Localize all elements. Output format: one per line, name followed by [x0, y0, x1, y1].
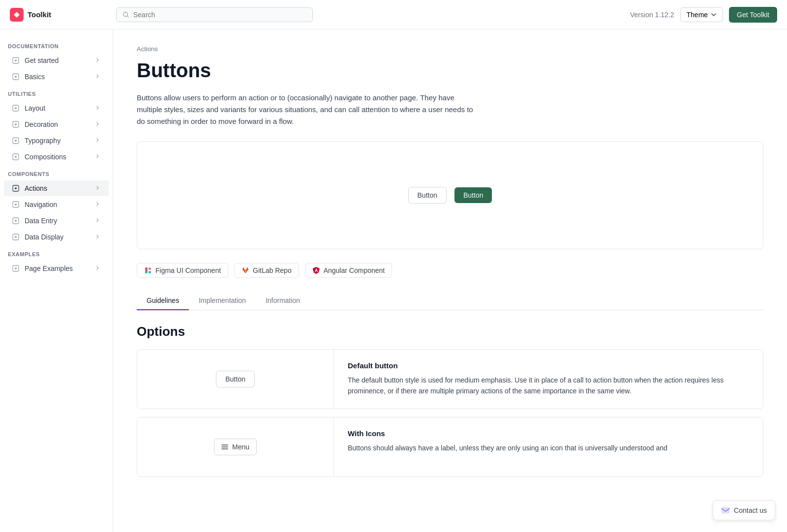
actions-icon — [12, 184, 20, 192]
search-box[interactable]: Search — [116, 7, 313, 22]
gitlab-link[interactable]: GitLab Repo — [234, 263, 299, 278]
breadcrumb: Actions — [137, 45, 763, 53]
resource-links: Figma UI Component GitLab Repo Angul — [137, 263, 763, 278]
chevron-icon-actions — [95, 185, 101, 192]
sidebar-item-label-basics: Basics — [25, 73, 90, 81]
gitlab-icon — [242, 266, 249, 274]
svg-point-10 — [15, 123, 17, 125]
logo-icon — [10, 8, 24, 22]
type-icon — [12, 137, 20, 145]
sidebar-item-label-navigation: Navigation — [25, 201, 90, 208]
sidebar-item-label-typography: Typography — [25, 137, 90, 145]
sidebar-section-utilities: Utilities — [0, 85, 113, 100]
sidebar-item-actions[interactable]: Actions — [4, 180, 109, 196]
sidebar-item-label-data-display: Data Display — [25, 233, 90, 241]
svg-point-28 — [149, 271, 151, 273]
sidebar-item-compositions[interactable]: Compositions — [4, 149, 109, 165]
data-display-icon — [12, 233, 20, 241]
angular-icon — [312, 266, 320, 274]
contact-us-button[interactable]: Contact us — [713, 501, 775, 520]
sidebar-item-basics[interactable]: Basics — [4, 69, 109, 85]
sidebar-section-examples: Examples — [0, 245, 113, 260]
option-desc-default: The default button style is used for med… — [348, 375, 749, 397]
chevron-icon-typography — [95, 137, 101, 145]
option-title-default: Default button — [348, 361, 749, 370]
sidebar-item-label-data-entry: Data Entry — [25, 217, 90, 225]
search-area[interactable]: Search — [116, 7, 313, 22]
logo: Toolkit — [10, 8, 108, 22]
chevron-icon-compositions — [95, 153, 101, 161]
svg-point-1 — [15, 13, 18, 16]
sidebar-section-components: Components — [0, 165, 113, 180]
sidebar-item-navigation[interactable]: Navigation — [4, 197, 109, 212]
circle-dot-icon — [12, 57, 20, 64]
get-toolkit-button[interactable]: Get Toolkit — [729, 7, 777, 23]
option-preview-default: Button — [137, 350, 334, 409]
svg-point-6 — [15, 76, 17, 78]
chevron-icon-page-examples — [95, 265, 101, 272]
preview-primary-button[interactable]: Button — [454, 187, 492, 203]
pages-icon — [12, 265, 20, 272]
layout-icon — [12, 104, 20, 112]
sidebar-item-page-examples[interactable]: Page Examples — [4, 261, 109, 276]
sidebar-item-data-entry[interactable]: Data Entry — [4, 213, 109, 229]
chevron-icon-data-display — [95, 234, 101, 241]
option-info-default: Default button The default button style … — [334, 350, 763, 409]
option-menu-button[interactable]: Menu — [214, 439, 257, 455]
sidebar-item-typography[interactable]: Typography — [4, 133, 109, 148]
tab-information[interactable]: Information — [256, 292, 310, 310]
option-desc-icons: Buttons should always have a label, unle… — [348, 443, 749, 453]
angular-link[interactable]: Angular Component — [305, 263, 393, 278]
sidebar-item-label-decoration: Decoration — [25, 120, 90, 128]
contact-icon — [721, 506, 730, 515]
sidebar: Documentation Get started BasicsUtilitie… — [0, 30, 113, 532]
svg-point-4 — [15, 59, 17, 61]
option-title-icons: With Icons — [348, 429, 749, 438]
figma-icon — [144, 266, 152, 274]
svg-rect-33 — [315, 270, 317, 270]
svg-point-12 — [15, 140, 17, 142]
svg-point-24 — [15, 267, 17, 269]
grid-icon — [12, 153, 20, 161]
preview-default-button[interactable]: Button — [408, 187, 447, 204]
sidebar-item-data-display[interactable]: Data Display — [4, 229, 109, 245]
main-content: Actions Buttons Buttons allow users to p… — [113, 30, 787, 532]
svg-rect-37 — [722, 507, 729, 513]
angular-link-label: Angular Component — [324, 266, 385, 274]
tab-guidelines[interactable]: Guidelines — [137, 292, 189, 310]
version-label: Version 1.12.2 — [630, 11, 674, 19]
sidebar-item-label-get-started: Get started — [25, 57, 90, 64]
sidebar-section-documentation: Documentation — [0, 37, 113, 52]
figma-link[interactable]: Figma UI Component — [137, 263, 228, 278]
svg-point-20 — [15, 220, 17, 222]
theme-button[interactable]: Theme — [680, 7, 724, 22]
sidebar-item-label-actions: Actions — [25, 184, 90, 192]
option-preview-icons: Menu — [137, 417, 334, 476]
chevron-icon-data-entry — [95, 217, 101, 225]
option-default-button[interactable]: Button — [216, 371, 254, 387]
sidebar-item-layout[interactable]: Layout — [4, 100, 109, 116]
data-entry-icon — [12, 217, 20, 225]
svg-rect-29 — [145, 269, 148, 272]
sidebar-item-label-page-examples: Page Examples — [25, 265, 90, 272]
circle-dot-icon — [12, 73, 20, 81]
sidebar-item-get-started[interactable]: Get started — [4, 53, 109, 68]
chevron-icon-get-started — [95, 57, 101, 64]
options-title: Options — [137, 324, 763, 339]
theme-label: Theme — [687, 11, 708, 19]
decoration-icon — [12, 120, 20, 128]
navigation-icon — [12, 201, 20, 208]
header: Toolkit Search Version 1.12.2 Theme Get … — [0, 0, 787, 30]
contact-us-label: Contact us — [734, 506, 767, 514]
logo-text: Toolkit — [28, 10, 51, 19]
svg-point-18 — [15, 204, 17, 206]
sidebar-item-decoration[interactable]: Decoration — [4, 117, 109, 132]
sidebar-item-label-compositions: Compositions — [25, 153, 90, 161]
svg-rect-26 — [149, 267, 151, 270]
page-title: Buttons — [137, 59, 763, 82]
search-icon — [122, 11, 129, 18]
page-description: Buttons allow users to perform an action… — [137, 92, 481, 127]
chevron-icon-basics — [95, 73, 101, 81]
tab-implementation[interactable]: Implementation — [189, 292, 256, 310]
option-card-icons: Menu With Icons Buttons should always ha… — [137, 417, 763, 477]
